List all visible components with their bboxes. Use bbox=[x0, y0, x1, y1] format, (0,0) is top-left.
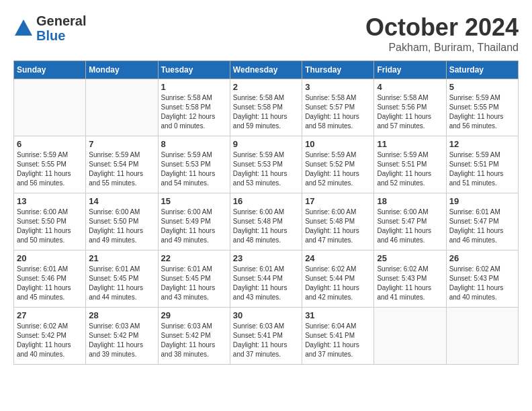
weekday-header-tuesday: Tuesday bbox=[158, 61, 230, 79]
calendar-cell: 7Sunrise: 5:59 AM Sunset: 5:54 PM Daylig… bbox=[86, 136, 158, 193]
day-number: 13 bbox=[17, 196, 83, 206]
day-number: 26 bbox=[449, 253, 515, 263]
calendar-cell: 23Sunrise: 6:01 AM Sunset: 5:44 PM Dayli… bbox=[230, 250, 302, 308]
calendar-cell: 12Sunrise: 5:59 AM Sunset: 5:51 PM Dayli… bbox=[446, 136, 518, 193]
calendar-cell: 8Sunrise: 5:59 AM Sunset: 5:53 PM Daylig… bbox=[158, 136, 230, 193]
day-number: 18 bbox=[377, 196, 443, 206]
calendar-cell: 31Sunrise: 6:04 AM Sunset: 5:41 PM Dayli… bbox=[302, 308, 374, 365]
day-info: Sunrise: 6:02 AM Sunset: 5:43 PM Dayligh… bbox=[377, 265, 443, 302]
day-number: 10 bbox=[305, 139, 371, 149]
logo-icon bbox=[13, 18, 34, 38]
day-info: Sunrise: 6:00 AM Sunset: 5:48 PM Dayligh… bbox=[233, 208, 299, 245]
page-header: General Blue October 2024 Pakham, Burira… bbox=[13, 13, 519, 54]
calendar-cell: 24Sunrise: 6:02 AM Sunset: 5:44 PM Dayli… bbox=[302, 250, 374, 308]
calendar-cell: 27Sunrise: 6:02 AM Sunset: 5:42 PM Dayli… bbox=[14, 308, 86, 365]
calendar-cell bbox=[14, 79, 86, 136]
calendar-cell: 1Sunrise: 5:58 AM Sunset: 5:58 PM Daylig… bbox=[158, 79, 230, 136]
calendar-week-row: 1Sunrise: 5:58 AM Sunset: 5:58 PM Daylig… bbox=[14, 79, 519, 136]
day-info: Sunrise: 5:59 AM Sunset: 5:51 PM Dayligh… bbox=[377, 150, 443, 188]
day-info: Sunrise: 5:59 AM Sunset: 5:53 PM Dayligh… bbox=[233, 150, 299, 188]
calendar-cell: 10Sunrise: 5:59 AM Sunset: 5:52 PM Dayli… bbox=[302, 136, 374, 193]
day-info: Sunrise: 6:01 AM Sunset: 5:45 PM Dayligh… bbox=[89, 265, 154, 302]
calendar-cell: 13Sunrise: 6:00 AM Sunset: 5:50 PM Dayli… bbox=[14, 193, 86, 250]
day-info: Sunrise: 6:04 AM Sunset: 5:41 PM Dayligh… bbox=[305, 322, 371, 359]
day-info: Sunrise: 5:59 AM Sunset: 5:53 PM Dayligh… bbox=[161, 150, 227, 188]
day-number: 5 bbox=[449, 82, 515, 92]
day-info: Sunrise: 5:59 AM Sunset: 5:52 PM Dayligh… bbox=[305, 150, 371, 188]
day-number: 24 bbox=[305, 253, 371, 263]
calendar-cell bbox=[374, 308, 446, 365]
calendar-week-row: 27Sunrise: 6:02 AM Sunset: 5:42 PM Dayli… bbox=[14, 308, 519, 365]
location-title: Pakham, Buriram, Thailand bbox=[365, 42, 519, 54]
day-number: 21 bbox=[89, 253, 154, 263]
day-number: 15 bbox=[161, 196, 227, 206]
day-number: 3 bbox=[305, 82, 371, 92]
day-number: 28 bbox=[89, 310, 154, 320]
logo-blue: Blue bbox=[36, 28, 86, 43]
day-info: Sunrise: 6:03 AM Sunset: 5:42 PM Dayligh… bbox=[89, 322, 154, 359]
day-info: Sunrise: 6:01 AM Sunset: 5:46 PM Dayligh… bbox=[17, 265, 83, 302]
calendar-cell: 9Sunrise: 5:59 AM Sunset: 5:53 PM Daylig… bbox=[230, 136, 302, 193]
day-number: 31 bbox=[305, 310, 371, 320]
day-number: 6 bbox=[17, 139, 83, 149]
calendar-cell: 20Sunrise: 6:01 AM Sunset: 5:46 PM Dayli… bbox=[14, 250, 86, 308]
day-number: 17 bbox=[305, 196, 371, 206]
calendar-cell: 16Sunrise: 6:00 AM Sunset: 5:48 PM Dayli… bbox=[230, 193, 302, 250]
calendar-cell: 11Sunrise: 5:59 AM Sunset: 5:51 PM Dayli… bbox=[374, 136, 446, 193]
calendar-cell: 30Sunrise: 6:03 AM Sunset: 5:41 PM Dayli… bbox=[230, 308, 302, 365]
day-number: 22 bbox=[161, 253, 227, 263]
calendar-cell: 14Sunrise: 6:00 AM Sunset: 5:50 PM Dayli… bbox=[86, 193, 158, 250]
calendar-cell: 22Sunrise: 6:01 AM Sunset: 5:45 PM Dayli… bbox=[158, 250, 230, 308]
logo-text: General Blue bbox=[36, 13, 86, 43]
day-number: 2 bbox=[233, 82, 299, 92]
day-number: 19 bbox=[449, 196, 515, 206]
calendar-cell: 21Sunrise: 6:01 AM Sunset: 5:45 PM Dayli… bbox=[86, 250, 158, 308]
title-section: October 2024 Pakham, Buriram, Thailand bbox=[365, 13, 519, 54]
weekday-header-wednesday: Wednesday bbox=[230, 61, 302, 79]
day-number: 1 bbox=[161, 82, 227, 92]
weekday-header-sunday: Sunday bbox=[14, 61, 86, 79]
day-info: Sunrise: 6:00 AM Sunset: 5:50 PM Dayligh… bbox=[89, 208, 154, 245]
day-info: Sunrise: 5:58 AM Sunset: 5:58 PM Dayligh… bbox=[161, 93, 227, 131]
day-info: Sunrise: 6:01 AM Sunset: 5:45 PM Dayligh… bbox=[161, 265, 227, 302]
day-number: 23 bbox=[233, 253, 299, 263]
calendar-cell bbox=[86, 79, 158, 136]
day-number: 12 bbox=[449, 139, 515, 149]
day-info: Sunrise: 6:02 AM Sunset: 5:42 PM Dayligh… bbox=[17, 322, 83, 359]
day-info: Sunrise: 6:00 AM Sunset: 5:48 PM Dayligh… bbox=[305, 208, 371, 245]
calendar-week-row: 13Sunrise: 6:00 AM Sunset: 5:50 PM Dayli… bbox=[14, 193, 519, 250]
calendar-cell: 2Sunrise: 5:58 AM Sunset: 5:58 PM Daylig… bbox=[230, 79, 302, 136]
day-number: 7 bbox=[89, 139, 154, 149]
day-info: Sunrise: 6:00 AM Sunset: 5:50 PM Dayligh… bbox=[17, 208, 83, 245]
calendar-cell: 6Sunrise: 5:59 AM Sunset: 5:55 PM Daylig… bbox=[14, 136, 86, 193]
calendar-week-row: 20Sunrise: 6:01 AM Sunset: 5:46 PM Dayli… bbox=[14, 250, 519, 308]
calendar-cell: 29Sunrise: 6:03 AM Sunset: 5:42 PM Dayli… bbox=[158, 308, 230, 365]
weekday-header-thursday: Thursday bbox=[302, 61, 374, 79]
day-info: Sunrise: 6:01 AM Sunset: 5:44 PM Dayligh… bbox=[233, 265, 299, 302]
logo-general: General bbox=[36, 13, 86, 28]
calendar-cell: 3Sunrise: 5:58 AM Sunset: 5:57 PM Daylig… bbox=[302, 79, 374, 136]
day-number: 4 bbox=[377, 82, 443, 92]
day-number: 29 bbox=[161, 310, 227, 320]
month-title: October 2024 bbox=[365, 13, 519, 42]
day-info: Sunrise: 5:59 AM Sunset: 5:55 PM Dayligh… bbox=[449, 93, 515, 131]
day-info: Sunrise: 5:59 AM Sunset: 5:55 PM Dayligh… bbox=[17, 150, 83, 188]
day-info: Sunrise: 5:58 AM Sunset: 5:57 PM Dayligh… bbox=[305, 93, 371, 131]
calendar-cell: 4Sunrise: 5:58 AM Sunset: 5:56 PM Daylig… bbox=[374, 79, 446, 136]
day-info: Sunrise: 6:01 AM Sunset: 5:47 PM Dayligh… bbox=[449, 208, 515, 245]
calendar-cell: 25Sunrise: 6:02 AM Sunset: 5:43 PM Dayli… bbox=[374, 250, 446, 308]
day-info: Sunrise: 6:02 AM Sunset: 5:43 PM Dayligh… bbox=[449, 265, 515, 302]
calendar-cell: 19Sunrise: 6:01 AM Sunset: 5:47 PM Dayli… bbox=[446, 193, 518, 250]
day-number: 8 bbox=[161, 139, 227, 149]
weekday-header-saturday: Saturday bbox=[446, 61, 518, 79]
svg-marker-0 bbox=[15, 19, 32, 36]
day-info: Sunrise: 5:59 AM Sunset: 5:51 PM Dayligh… bbox=[449, 150, 515, 188]
day-number: 25 bbox=[377, 253, 443, 263]
logo: General Blue bbox=[13, 13, 86, 43]
day-number: 20 bbox=[17, 253, 83, 263]
day-number: 9 bbox=[233, 139, 299, 149]
day-info: Sunrise: 5:59 AM Sunset: 5:54 PM Dayligh… bbox=[89, 150, 154, 188]
day-number: 27 bbox=[17, 310, 83, 320]
day-info: Sunrise: 6:02 AM Sunset: 5:44 PM Dayligh… bbox=[305, 265, 371, 302]
calendar-week-row: 6Sunrise: 5:59 AM Sunset: 5:55 PM Daylig… bbox=[14, 136, 519, 193]
